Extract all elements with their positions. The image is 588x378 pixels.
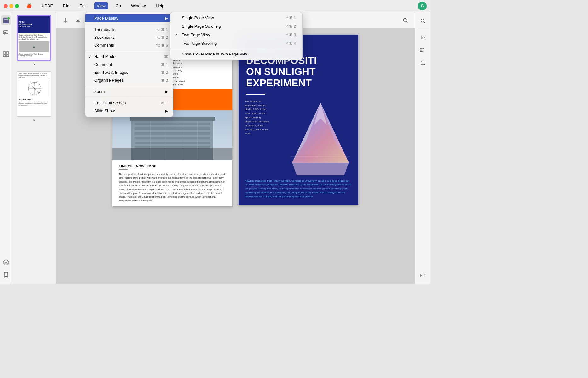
single-page-view-shortcut: ^⌘1	[286, 16, 296, 20]
traffic-lights	[4, 4, 19, 8]
right-panel-divider	[417, 29, 429, 29]
menu-item-hand-mode[interactable]: ✓ Hand Mode ⌘	[85, 53, 173, 61]
submenu-single-page-scrolling[interactable]: Single Page Scrolling ^⌘2	[170, 22, 302, 31]
submenu-show-cover-page[interactable]: Show Cover Page in Two Page View	[170, 50, 302, 58]
menu-item-zoom-label: Zoom	[94, 89, 105, 94]
minimize-button[interactable]	[9, 4, 13, 8]
close-button[interactable]	[4, 4, 8, 8]
svg-rect-9	[3, 55, 6, 57]
menu-sep-1	[85, 24, 173, 24]
menu-item-organize-pages[interactable]: Organize Pages ⌘ 3	[85, 76, 173, 84]
single-page-scrolling-label: Single Page Scrolling	[182, 24, 221, 29]
menubar-left: 🍎 UPDF File Edit View Go Window Help	[24, 2, 167, 9]
svg-line-46	[424, 22, 425, 23]
svg-text:A: A	[28, 88, 29, 90]
left-sidebar	[0, 12, 12, 284]
show-cover-page-label: Show Cover Page in Two Page View	[182, 52, 248, 56]
menu-item-thumbnails[interactable]: Thumbnails ⌥ ⌘ 1	[85, 26, 173, 33]
view-menu[interactable]: View	[94, 2, 108, 9]
svg-rect-35	[130, 117, 215, 121]
svg-rect-47	[421, 274, 425, 277]
menu-section-5: Enter Full Screen ⌘ F Slide Show ▶	[85, 98, 173, 115]
menubar-right: C	[418, 2, 427, 10]
svg-rect-26	[135, 127, 210, 130]
sidebar-edit-icon[interactable]	[1, 15, 11, 25]
go-menu[interactable]: Go	[113, 2, 124, 9]
menu-item-edit-text-images-label: Edit Text & Images	[94, 70, 128, 75]
svg-marker-40	[292, 163, 349, 175]
right-panel-pdfa[interactable]: PDF/A	[417, 44, 429, 56]
hand-mode-shortcut: ⌘	[164, 55, 168, 59]
sidebar-comment-icon[interactable]	[1, 28, 11, 38]
svg-rect-7	[3, 52, 6, 54]
knowledge-body: The composition of ordered points: here …	[119, 172, 226, 203]
svg-rect-29	[135, 142, 210, 144]
toolbar-search-btn[interactable]	[400, 15, 411, 26]
sidebar-bookmark-icon[interactable]	[1, 270, 11, 280]
two-page-view-shortcut: ^⌘3	[286, 33, 296, 37]
apple-menu[interactable]: 🍎	[24, 2, 34, 9]
menu-item-comment-label: Comment	[94, 62, 112, 67]
single-page-view-label: Single Page View	[182, 15, 214, 20]
menu-sep-2	[85, 51, 173, 51]
toolbar-scroll-down-btn[interactable]	[60, 15, 71, 26]
file-menu[interactable]: File	[60, 2, 72, 9]
svg-text:B: B	[39, 88, 40, 90]
edit-menu[interactable]: Edit	[77, 2, 89, 9]
thumb-page-img-6: These studies laid the foundation for th…	[17, 71, 51, 117]
page-display-arrow: ▶	[165, 16, 168, 20]
menu-item-edit-text-images[interactable]: Edit Text & Images ⌘ 2	[85, 68, 173, 76]
two-page-view-label: Two Page View	[182, 32, 210, 37]
right-panel: PDF/A	[415, 12, 430, 284]
window-menu[interactable]: Window	[129, 2, 148, 9]
menu-item-page-display[interactable]: Page Display ▶	[85, 14, 173, 22]
menu-item-slideshow-label: Slide Show	[94, 108, 115, 113]
maximize-button[interactable]	[15, 4, 19, 8]
menu-item-comments[interactable]: Comments ⌥ ⌘ 6	[85, 41, 173, 49]
organize-shortcut: ⌘ 3	[161, 78, 168, 83]
menu-section-2: Thumbnails ⌥ ⌘ 1 Bookmarks ⌥ ⌘ 2 Comment…	[85, 25, 173, 50]
knowledge-section: LINE OF KNOWLEDGE The composition of ord…	[112, 160, 232, 206]
sidebar-organize-icon[interactable]	[1, 49, 11, 59]
submenu-separator	[170, 49, 302, 49]
submenu-two-page-view[interactable]: ✓ Two Page View ^⌘3	[170, 31, 302, 39]
menu-section-4: Zoom ▶	[85, 87, 173, 96]
menu-item-fullscreen[interactable]: Enter Full Screen ⌘ F	[85, 99, 173, 107]
fullscreen-shortcut: ⌘ F	[161, 101, 168, 105]
right-body: The founder of kinematics, Galileo died …	[239, 100, 358, 183]
sidebar-layers-icon[interactable]	[1, 257, 11, 267]
menu-sep-4	[85, 97, 173, 97]
single-page-scrolling-shortcut: ^⌘2	[286, 24, 296, 29]
svg-rect-27	[135, 132, 210, 135]
right-panel-share[interactable]	[417, 57, 429, 68]
right-body-text: The founder of kinematics, Galileo died …	[245, 100, 289, 183]
right-panel-rotate[interactable]	[417, 32, 429, 43]
updf-menu[interactable]: UPDF	[39, 2, 55, 9]
thumb-page-img-5: PRISMDECOMPOSITION SUNLIGHT Newton gradu…	[17, 15, 51, 61]
crystal-prism	[289, 100, 352, 183]
menu-item-comment[interactable]: Comment ⌘ 1	[85, 61, 173, 68]
slideshow-arrow: ▶	[165, 109, 168, 113]
view-menu-dropdown: Page Display ▶ Thumbnails ⌥ ⌘ 1 Bookmark…	[85, 12, 173, 117]
right-panel-mail[interactable]	[417, 270, 429, 281]
help-menu[interactable]: Help	[153, 2, 167, 9]
menu-item-bookmarks[interactable]: Bookmarks ⌥ ⌘ 2	[85, 33, 173, 41]
svg-rect-28	[135, 137, 210, 139]
two-page-view-check: ✓	[175, 33, 178, 37]
thumbnail-page-5[interactable]: PRISMDECOMPOSITION SUNLIGHT Newton gradu…	[14, 15, 54, 66]
user-avatar[interactable]: C	[418, 2, 427, 10]
thumb-page-num-6: 6	[33, 118, 35, 122]
menu-item-zoom[interactable]: Zoom ▶	[85, 88, 173, 96]
menu-item-comments-label: Comments	[94, 43, 114, 48]
menu-section-1: Page Display ▶	[85, 14, 173, 23]
svg-rect-4	[3, 31, 8, 34]
submenu-single-page-view[interactable]: Single Page View ^⌘1	[170, 14, 302, 22]
edit-text-shortcut: ⌘ 2	[161, 70, 168, 75]
svg-rect-25	[135, 123, 210, 125]
menu-item-slideshow[interactable]: Slide Show ▶	[85, 107, 173, 115]
thumbnail-page-6[interactable]: These studies laid the foundation for th…	[14, 71, 54, 122]
thumb-page-num-5: 5	[33, 62, 35, 66]
right-panel-search[interactable]	[417, 15, 429, 26]
submenu-two-page-scrolling[interactable]: Two Page Scrolling ^⌘4	[170, 39, 302, 48]
toolbar-bottom-btn[interactable]	[72, 15, 84, 26]
